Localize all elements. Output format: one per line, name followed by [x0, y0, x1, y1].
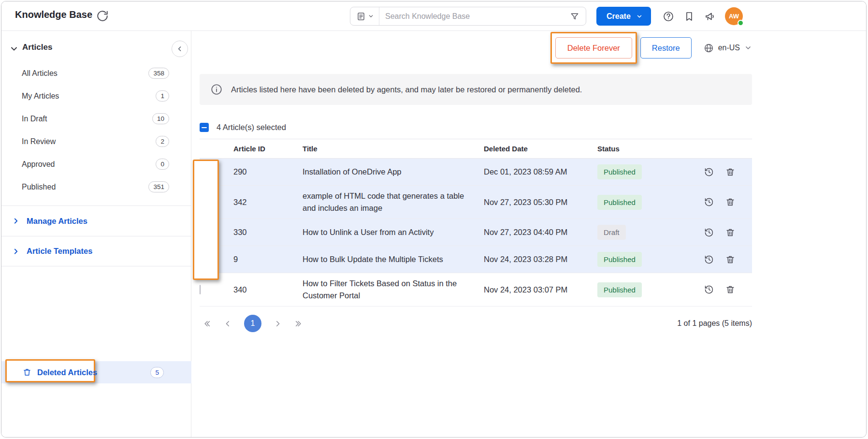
main-panel: Delete Forever Restore en-US Articles li… — [192, 31, 866, 437]
status-badge: Draft — [597, 225, 626, 240]
column-header-article-id: Article ID — [233, 145, 303, 153]
count-badge: 351 — [148, 181, 169, 192]
history-icon[interactable] — [704, 254, 714, 265]
selection-row: 4 Article(s) selected — [200, 123, 752, 132]
online-status-dot — [738, 20, 744, 26]
sidebar-item[interactable]: In Draft 10 — [1, 107, 191, 130]
pagination: 1 1 of 1 pages (5 items) — [200, 315, 752, 332]
deleted-date: Nov 27, 2023 04:40 PM — [484, 228, 597, 237]
next-page-icon[interactable] — [273, 319, 283, 329]
table-row: 9 How to Bulk Update the Multiple Ticket… — [200, 246, 752, 273]
article-id: 9 — [233, 255, 303, 264]
last-page-icon[interactable] — [293, 319, 304, 329]
avatar[interactable]: AW — [725, 7, 743, 25]
article-id: 290 — [233, 167, 303, 176]
history-icon[interactable] — [704, 284, 714, 295]
deleted-articles-label: Deleted Articles — [37, 368, 97, 377]
column-header-deleted-date: Deleted Date — [484, 145, 597, 153]
sidebar-item-label: My Articles — [22, 92, 59, 101]
delete-forever-annotation: Delete Forever — [555, 37, 632, 59]
article-templates-label: Article Templates — [27, 247, 92, 256]
history-icon[interactable] — [704, 197, 714, 207]
article-title[interactable]: Installation of OneDrive App — [303, 161, 484, 182]
table-row: 342 example of HTML code that generates … — [200, 186, 752, 219]
sidebar-list: All Articles 358 My Articles 1 In Draft … — [1, 62, 191, 198]
manage-articles-label: Manage Articles — [27, 217, 87, 226]
deleted-date: Nov 24, 2023 03:28 PM — [484, 255, 597, 264]
create-button[interactable]: Create — [596, 7, 651, 26]
avatar-initials: AW — [729, 13, 739, 20]
article-title[interactable]: How to Bulk Update the Multiple Tickets — [303, 249, 484, 270]
sidebar-item-label: Approved — [22, 160, 55, 169]
article-id: 340 — [233, 285, 303, 294]
table-header-row: Article ID Title Deleted Date Status — [200, 139, 752, 159]
sidebar-item[interactable]: In Review 2 — [1, 130, 191, 153]
chevron-down-icon — [368, 13, 374, 19]
trash-icon[interactable] — [725, 227, 736, 238]
article-scope-icon — [356, 12, 366, 21]
bookmark-icon[interactable] — [683, 11, 695, 22]
chevron-right-icon — [12, 217, 20, 225]
delete-forever-button[interactable]: Delete Forever — [555, 37, 632, 59]
sidebar-item-label: In Review — [22, 137, 56, 146]
article-title[interactable]: example of HTML code that generates a ta… — [303, 186, 484, 219]
table-row: 340 How to Filter Tickets Based on Statu… — [200, 273, 752, 307]
top-header: Knowledge Base Create — [1, 1, 866, 31]
sidebar-item[interactable]: My Articles 1 — [1, 85, 191, 107]
sidebar: Articles All Articles 358 My Articles 1 … — [1, 31, 191, 437]
article-id: 330 — [233, 228, 303, 237]
sidebar-item-manage-articles[interactable]: Manage Articles — [1, 205, 191, 236]
history-icon[interactable] — [704, 167, 714, 177]
deleted-date: Dec 01, 2023 08:59 AM — [484, 167, 597, 176]
sidebar-item-article-templates[interactable]: Article Templates — [1, 236, 191, 266]
article-title[interactable]: How to Unlink a User from an Activity — [303, 222, 484, 243]
sidebar-item[interactable]: Published 351 — [1, 176, 191, 198]
article-title[interactable]: How to Filter Tickets Based on Status in… — [303, 273, 484, 306]
sidebar-section-title: Articles — [22, 43, 52, 52]
sidebar-item[interactable]: Approved 0 — [1, 153, 191, 176]
deleted-date: Nov 24, 2023 03:07 PM — [484, 285, 597, 294]
row-checkbox[interactable] — [200, 285, 201, 294]
trash-icon[interactable] — [725, 167, 736, 177]
status-badge: Published — [597, 282, 642, 297]
sidebar-collapse-button[interactable] — [172, 41, 188, 57]
column-header-status: Status — [597, 145, 684, 153]
pagination-summary: 1 of 1 pages (5 items) — [677, 319, 752, 328]
search-input[interactable] — [379, 12, 564, 21]
sidebar-section-header[interactable]: Articles — [1, 39, 191, 60]
status-badge: Published — [597, 195, 642, 210]
create-button-label: Create — [607, 12, 631, 21]
select-all-checkbox[interactable] — [200, 123, 209, 132]
chevron-down-icon — [636, 13, 643, 20]
filter-icon[interactable] — [564, 12, 586, 21]
first-page-icon[interactable] — [202, 319, 212, 329]
current-page-button[interactable]: 1 — [244, 315, 261, 332]
trash-icon[interactable] — [725, 254, 736, 265]
count-badge: 1 — [156, 90, 169, 102]
trash-icon[interactable] — [725, 284, 736, 295]
sidebar-item-label: All Articles — [22, 69, 58, 78]
article-id: 342 — [233, 198, 303, 207]
language-selector[interactable]: en-US — [704, 43, 752, 53]
help-icon[interactable] — [663, 11, 674, 22]
language-value: en-US — [718, 44, 740, 52]
header-icon-group: AW — [663, 7, 743, 25]
search-bar — [350, 7, 586, 26]
sidebar-item[interactable]: All Articles 358 — [1, 62, 191, 85]
sidebar-links: Manage Articles Article Templates — [1, 205, 191, 266]
announcement-icon[interactable] — [704, 11, 716, 22]
restore-button[interactable]: Restore — [640, 37, 692, 59]
refresh-icon[interactable] — [96, 10, 109, 22]
table-row: 290 Installation of OneDrive App Dec 01,… — [200, 159, 752, 186]
sidebar-item-deleted-articles[interactable]: Deleted Articles 5 — [1, 361, 191, 383]
status-badge: Published — [597, 164, 642, 179]
count-badge: 2 — [156, 136, 169, 147]
globe-icon — [704, 43, 714, 53]
chevron-down-icon — [744, 44, 752, 52]
previous-page-icon[interactable] — [223, 319, 233, 329]
trash-icon[interactable] — [725, 197, 736, 207]
history-icon[interactable] — [704, 227, 714, 238]
search-scope-dropdown[interactable] — [350, 7, 379, 25]
info-banner: Articles listed here have been deleted b… — [200, 74, 752, 105]
count-badge: 0 — [156, 159, 169, 170]
